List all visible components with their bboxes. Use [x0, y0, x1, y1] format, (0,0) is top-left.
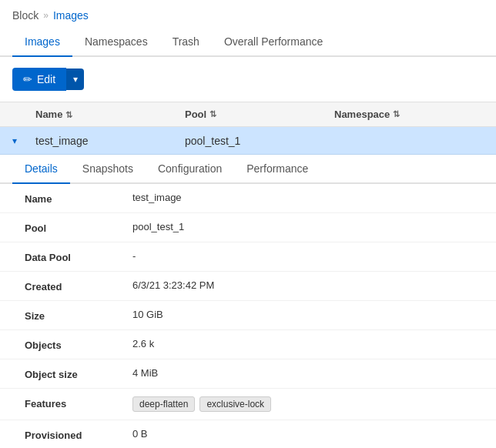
detail-row-name: Name test_image: [0, 184, 496, 213]
detail-row-provisioned: Provisioned 0 B: [0, 420, 496, 448]
edit-dropdown-button[interactable]: ▾: [66, 69, 84, 90]
tab-overall-performance[interactable]: Overall Performance: [212, 28, 335, 57]
row-name: test_image: [35, 135, 185, 147]
value-object-size: 4 MiB: [132, 367, 471, 379]
value-objects: 2.6 k: [132, 338, 471, 349]
table-header: Name ⇅ Pool ⇅ Namespace ⇅: [0, 102, 496, 127]
badge-exclusive-lock: exclusive-lock: [199, 396, 271, 412]
detail-row-features: Features deep-flatten exclusive-lock: [0, 389, 496, 420]
tab-snapshots[interactable]: Snapshots: [70, 155, 146, 184]
col-header-pool[interactable]: Pool ⇅: [185, 109, 334, 120]
detail-row-object-size: Object size 4 MiB: [0, 359, 496, 389]
label-features: Features: [25, 396, 132, 410]
tab-images[interactable]: Images: [12, 28, 72, 57]
main-tabs: Images Namespaces Trash Overall Performa…: [0, 28, 496, 57]
detail-row-data-pool: Data Pool -: [0, 242, 496, 272]
tab-trash[interactable]: Trash: [160, 28, 212, 57]
badge-deep-flatten: deep-flatten: [132, 396, 195, 412]
value-pool: pool_test_1: [132, 221, 471, 232]
detail-row-pool: Pool pool_test_1: [0, 213, 496, 242]
breadcrumb: Block » Images: [0, 0, 496, 28]
sort-icon-name: ⇅: [65, 110, 72, 119]
sort-icon-pool: ⇅: [209, 109, 216, 119]
label-data-pool: Data Pool: [25, 250, 132, 263]
edit-btn-group: ✏ Edit ▾: [12, 68, 84, 91]
inner-tabs: Details Snapshots Configuration Performa…: [0, 155, 496, 184]
value-size: 10 GiB: [132, 309, 471, 320]
toolbar: ✏ Edit ▾: [0, 57, 496, 102]
label-name: Name: [25, 192, 132, 205]
label-pool: Pool: [25, 221, 132, 234]
col-header-name[interactable]: Name ⇅: [35, 109, 185, 120]
tab-performance[interactable]: Performance: [234, 155, 320, 184]
value-data-pool: -: [132, 250, 471, 262]
value-provisioned: 0 B: [132, 428, 471, 440]
tab-details[interactable]: Details: [12, 155, 70, 184]
breadcrumb-current: Images: [53, 9, 89, 22]
col-header-namespace[interactable]: Namespace ⇅: [334, 109, 484, 120]
value-created: 6/3/21 3:23:42 PM: [132, 279, 471, 291]
sort-icon-namespace: ⇅: [393, 109, 400, 119]
table-row[interactable]: ▾ test_image pool_test_1: [0, 127, 496, 155]
edit-icon: ✏: [23, 73, 32, 85]
tab-namespaces[interactable]: Namespaces: [72, 28, 160, 57]
edit-label: Edit: [37, 73, 55, 85]
breadcrumb-separator: »: [43, 10, 49, 21]
value-name: test_image: [132, 192, 471, 203]
label-objects: Objects: [25, 338, 132, 351]
breadcrumb-root: Block: [12, 9, 39, 22]
label-object-size: Object size: [25, 367, 132, 380]
detail-fields: Name test_image Pool pool_test_1 Data Po…: [0, 184, 496, 448]
edit-button[interactable]: ✏ Edit: [12, 68, 66, 91]
value-features: deep-flatten exclusive-lock: [132, 396, 471, 412]
detail-row-objects: Objects 2.6 k: [0, 330, 496, 359]
label-created: Created: [25, 279, 132, 293]
detail-row-created: Created 6/3/21 3:23:42 PM: [0, 272, 496, 301]
chevron-down-icon: ▾: [73, 74, 78, 85]
label-provisioned: Provisioned: [25, 428, 132, 441]
label-size: Size: [25, 309, 132, 322]
row-pool: pool_test_1: [185, 135, 334, 147]
tab-configuration[interactable]: Configuration: [146, 155, 234, 184]
detail-panel: Details Snapshots Configuration Performa…: [0, 155, 496, 448]
detail-row-size: Size 10 GiB: [0, 301, 496, 330]
row-expand-toggle[interactable]: ▾: [12, 135, 35, 146]
